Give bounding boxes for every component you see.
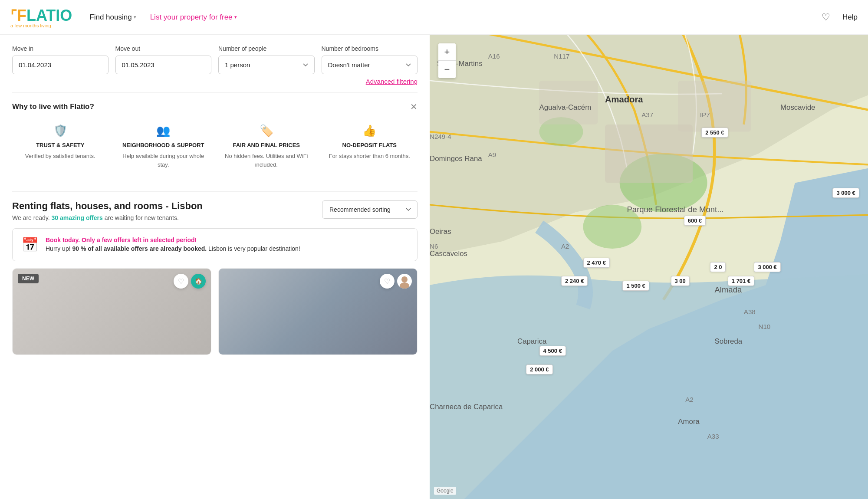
google-logo: Google xyxy=(434,487,456,495)
map-price-2550[interactable]: 2 550 € xyxy=(701,128,728,138)
help-button[interactable]: Help xyxy=(842,13,858,22)
feature-neighborhood-desc: Help available during your whole stay. xyxy=(119,152,208,169)
feature-neighborhood: 👥 NEIGHBORHOOD & SUPPORT Help available … xyxy=(115,121,212,172)
card-avatar xyxy=(397,274,412,289)
move-out-input[interactable] xyxy=(115,56,212,74)
map-price-1500[interactable]: 1 500 € xyxy=(622,281,649,291)
svg-text:N6: N6 xyxy=(430,243,438,250)
alert-banner: 📅 Book today. Only a few offers left in … xyxy=(12,228,418,261)
map-container[interactable]: Lousa A9 Péro Pinheiro Almargem do Bispo… xyxy=(430,35,868,499)
zoom-out-button[interactable]: − xyxy=(438,61,456,78)
svg-text:Charneca de Caparica: Charneca de Caparica xyxy=(430,403,503,411)
listings-title-area: Renting flats, houses, and rooms - Lisbo… xyxy=(12,200,203,221)
alert-red-text: Book today. Only a few offers left in se… xyxy=(46,236,300,243)
nav-find-housing[interactable]: Find housing ▾ xyxy=(89,13,136,22)
favorites-button[interactable]: ♡ xyxy=(822,12,830,23)
svg-text:Agualva-Cacém: Agualva-Cacém xyxy=(539,103,592,112)
svg-text:A16: A16 xyxy=(488,53,500,60)
move-in-input[interactable] xyxy=(12,56,108,74)
logo[interactable]: ⌜ FLATIO a few months living xyxy=(10,7,72,28)
card-amenity-icon-1[interactable]: 🏠 xyxy=(191,274,206,289)
alert-text: Book today. Only a few offers left in se… xyxy=(46,236,300,252)
map-zoom-controls: + − xyxy=(438,43,456,78)
map-price-2000[interactable]: 2 000 € xyxy=(526,364,552,374)
property-card-1[interactable]: NEW ♡ 🏠 xyxy=(12,268,211,355)
map-svg: Lousa A9 Péro Pinheiro Almargem do Bispo… xyxy=(430,35,868,499)
why-title: Why to live with Flatio? xyxy=(12,102,94,111)
svg-rect-10 xyxy=(678,81,751,132)
feature-nodeposit: 👍 NO-DEPOSIT FLATS For stays shorter tha… xyxy=(322,121,418,172)
listings-subtitle: We are ready. 30 amazing offers are wait… xyxy=(12,214,203,221)
main-container: Move in Move out Number of people 1 pers… xyxy=(0,35,868,499)
chevron-down-icon: ▾ xyxy=(234,14,237,20)
bedrooms-label: Number of bedrooms xyxy=(322,45,418,52)
shield-icon: 🛡️ xyxy=(16,124,105,138)
map-price-600[interactable]: 600 € xyxy=(684,216,706,226)
people-icon: 👥 xyxy=(119,124,208,138)
chevron-down-icon: ▾ xyxy=(134,14,136,20)
svg-text:Parque Florestal de Mont...: Parque Florestal de Mont... xyxy=(627,205,724,214)
svg-text:Moscavide: Moscavide xyxy=(780,103,815,112)
thumbsup-icon: 👍 xyxy=(325,124,414,138)
header-right: ♡ Help xyxy=(822,12,858,23)
feature-trust-title: TRUST & SAFETY xyxy=(16,142,105,148)
sort-select[interactable]: Recommended sorting Price: Low to High P… xyxy=(322,200,418,219)
feature-prices: 🏷️ FAIR AND FINAL PRICES No hidden fees.… xyxy=(218,121,315,172)
svg-text:A37: A37 xyxy=(641,111,653,118)
feature-trust: 🛡️ TRUST & SAFETY Verified by satisfied … xyxy=(12,121,108,172)
svg-text:A2: A2 xyxy=(685,396,694,403)
map-price-3000b[interactable]: 3 000 € xyxy=(754,262,780,272)
feature-nodeposit-desc: For stays shorter than 6 months. xyxy=(325,152,414,161)
card-heart-2[interactable]: ♡ xyxy=(380,274,395,289)
nav-list-property[interactable]: List your property for free ▾ xyxy=(150,13,237,22)
svg-point-1 xyxy=(400,282,409,289)
svg-text:IP7: IP7 xyxy=(700,111,710,118)
map-price-2240[interactable]: 2 240 € xyxy=(561,276,588,286)
property-card-2[interactable]: ♡ xyxy=(218,268,418,355)
svg-text:A2: A2 xyxy=(561,243,569,250)
people-group: Number of people 1 person 2 people 3 peo… xyxy=(218,45,315,74)
main-nav: Find housing ▾ List your property for fr… xyxy=(89,13,822,22)
svg-text:Sobreda: Sobreda xyxy=(715,337,743,345)
zoom-in-button[interactable]: + xyxy=(438,43,456,61)
advanced-filter-anchor[interactable]: Advanced filtering xyxy=(366,78,418,85)
move-out-label: Move out xyxy=(115,45,212,52)
why-flatio-section: Why to live with Flatio? ✕ 🛡️ TRUST & SA… xyxy=(12,92,418,181)
move-in-label: Move in xyxy=(12,45,108,52)
listings-title: Renting flats, houses, and rooms - Lisbo… xyxy=(12,200,203,212)
svg-text:Almada: Almada xyxy=(715,285,742,294)
close-why-button[interactable]: ✕ xyxy=(410,102,418,112)
svg-text:Caparica: Caparica xyxy=(517,337,547,345)
svg-text:Cascavelos: Cascavelos xyxy=(430,250,467,258)
svg-text:N249-4: N249-4 xyxy=(430,133,451,140)
left-panel: Move in Move out Number of people 1 pers… xyxy=(0,35,430,499)
feature-prices-title: FAIR AND FINAL PRICES xyxy=(222,142,311,148)
calendar-icon: 📅 xyxy=(21,236,39,253)
map-price-4500[interactable]: 4 500 € xyxy=(539,346,566,356)
listings-header: Renting flats, houses, and rooms - Lisbo… xyxy=(12,200,418,221)
tag-icon: 🏷️ xyxy=(222,124,311,138)
feature-neighborhood-title: NEIGHBORHOOD & SUPPORT xyxy=(119,142,208,148)
map-price-1701[interactable]: 1 701 € xyxy=(728,276,754,286)
listings-section: Renting flats, houses, and rooms - Lisbo… xyxy=(12,191,418,355)
bedrooms-select[interactable]: Doesn't matter 1 bedroom 2 bedrooms 3+ b… xyxy=(322,56,418,74)
card-heart-1[interactable]: ♡ xyxy=(174,274,188,289)
svg-text:Domingos Rana: Domingos Rana xyxy=(430,154,482,163)
people-label: Number of people xyxy=(218,45,315,52)
map-panel: Lousa A9 Péro Pinheiro Almargem do Bispo… xyxy=(430,35,868,499)
map-price-3000a[interactable]: 3 000 € xyxy=(832,188,859,198)
advanced-filter-link: Advanced filtering xyxy=(12,78,418,85)
feature-prices-desc: No hidden fees. Utilities and WiFi inclu… xyxy=(222,152,311,169)
why-header: Why to live with Flatio? ✕ xyxy=(12,102,418,112)
svg-text:N10: N10 xyxy=(759,323,771,330)
svg-text:A38: A38 xyxy=(744,308,756,315)
bedrooms-group: Number of bedrooms Doesn't matter 1 bedr… xyxy=(322,45,418,74)
svg-rect-8 xyxy=(605,125,693,183)
map-price-300[interactable]: 3 00 xyxy=(671,276,690,286)
map-price-2470[interactable]: 2 470 € xyxy=(583,258,610,268)
svg-text:Amadora: Amadora xyxy=(605,95,643,104)
feature-trust-desc: Verified by satisfied tenants. xyxy=(16,152,105,161)
map-price-20[interactable]: 2 0 xyxy=(710,262,726,272)
cards-row: NEW ♡ 🏠 ♡ xyxy=(12,268,418,355)
people-select[interactable]: 1 person 2 people 3 people xyxy=(218,56,315,74)
